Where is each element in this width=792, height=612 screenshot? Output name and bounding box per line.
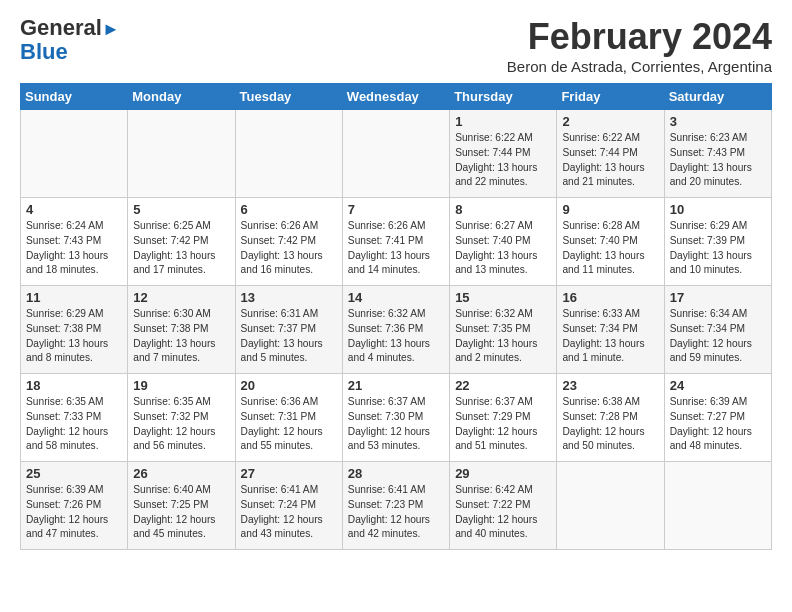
day-info: Sunrise: 6:22 AM Sunset: 7:44 PM Dayligh… bbox=[455, 131, 551, 190]
header-cell-thursday: Thursday bbox=[450, 84, 557, 110]
week-row-1: 1Sunrise: 6:22 AM Sunset: 7:44 PM Daylig… bbox=[21, 110, 772, 198]
header-row: SundayMondayTuesdayWednesdayThursdayFrid… bbox=[21, 84, 772, 110]
day-number: 20 bbox=[241, 378, 337, 393]
week-row-5: 25Sunrise: 6:39 AM Sunset: 7:26 PM Dayli… bbox=[21, 462, 772, 550]
day-info: Sunrise: 6:24 AM Sunset: 7:43 PM Dayligh… bbox=[26, 219, 122, 278]
calendar-cell bbox=[128, 110, 235, 198]
day-number: 4 bbox=[26, 202, 122, 217]
day-info: Sunrise: 6:41 AM Sunset: 7:23 PM Dayligh… bbox=[348, 483, 444, 542]
day-number: 15 bbox=[455, 290, 551, 305]
calendar-cell: 29Sunrise: 6:42 AM Sunset: 7:22 PM Dayli… bbox=[450, 462, 557, 550]
calendar-cell bbox=[21, 110, 128, 198]
title-area: February 2024 Beron de Astrada, Corrient… bbox=[507, 16, 772, 75]
day-info: Sunrise: 6:32 AM Sunset: 7:36 PM Dayligh… bbox=[348, 307, 444, 366]
calendar-cell: 15Sunrise: 6:32 AM Sunset: 7:35 PM Dayli… bbox=[450, 286, 557, 374]
day-info: Sunrise: 6:25 AM Sunset: 7:42 PM Dayligh… bbox=[133, 219, 229, 278]
calendar-cell: 11Sunrise: 6:29 AM Sunset: 7:38 PM Dayli… bbox=[21, 286, 128, 374]
day-info: Sunrise: 6:32 AM Sunset: 7:35 PM Dayligh… bbox=[455, 307, 551, 366]
calendar-cell: 12Sunrise: 6:30 AM Sunset: 7:38 PM Dayli… bbox=[128, 286, 235, 374]
day-number: 27 bbox=[241, 466, 337, 481]
calendar-cell: 10Sunrise: 6:29 AM Sunset: 7:39 PM Dayli… bbox=[664, 198, 771, 286]
calendar-cell: 27Sunrise: 6:41 AM Sunset: 7:24 PM Dayli… bbox=[235, 462, 342, 550]
day-number: 29 bbox=[455, 466, 551, 481]
calendar-cell: 6Sunrise: 6:26 AM Sunset: 7:42 PM Daylig… bbox=[235, 198, 342, 286]
week-row-3: 11Sunrise: 6:29 AM Sunset: 7:38 PM Dayli… bbox=[21, 286, 772, 374]
day-info: Sunrise: 6:37 AM Sunset: 7:29 PM Dayligh… bbox=[455, 395, 551, 454]
day-number: 6 bbox=[241, 202, 337, 217]
calendar-cell: 16Sunrise: 6:33 AM Sunset: 7:34 PM Dayli… bbox=[557, 286, 664, 374]
calendar-header: SundayMondayTuesdayWednesdayThursdayFrid… bbox=[21, 84, 772, 110]
calendar-cell bbox=[664, 462, 771, 550]
calendar-cell: 22Sunrise: 6:37 AM Sunset: 7:29 PM Dayli… bbox=[450, 374, 557, 462]
day-number: 10 bbox=[670, 202, 766, 217]
day-info: Sunrise: 6:30 AM Sunset: 7:38 PM Dayligh… bbox=[133, 307, 229, 366]
calendar-cell: 2Sunrise: 6:22 AM Sunset: 7:44 PM Daylig… bbox=[557, 110, 664, 198]
calendar-cell: 17Sunrise: 6:34 AM Sunset: 7:34 PM Dayli… bbox=[664, 286, 771, 374]
calendar-cell: 14Sunrise: 6:32 AM Sunset: 7:36 PM Dayli… bbox=[342, 286, 449, 374]
logo-bird-icon: ► bbox=[102, 19, 120, 39]
day-number: 23 bbox=[562, 378, 658, 393]
calendar-cell: 19Sunrise: 6:35 AM Sunset: 7:32 PM Dayli… bbox=[128, 374, 235, 462]
logo-general: General bbox=[20, 15, 102, 40]
header-cell-saturday: Saturday bbox=[664, 84, 771, 110]
header: General► Blue February 2024 Beron de Ast… bbox=[20, 16, 772, 75]
day-info: Sunrise: 6:33 AM Sunset: 7:34 PM Dayligh… bbox=[562, 307, 658, 366]
day-info: Sunrise: 6:23 AM Sunset: 7:43 PM Dayligh… bbox=[670, 131, 766, 190]
day-number: 1 bbox=[455, 114, 551, 129]
day-number: 5 bbox=[133, 202, 229, 217]
day-number: 28 bbox=[348, 466, 444, 481]
day-number: 21 bbox=[348, 378, 444, 393]
header-cell-monday: Monday bbox=[128, 84, 235, 110]
calendar-cell: 4Sunrise: 6:24 AM Sunset: 7:43 PM Daylig… bbox=[21, 198, 128, 286]
day-number: 13 bbox=[241, 290, 337, 305]
day-info: Sunrise: 6:29 AM Sunset: 7:38 PM Dayligh… bbox=[26, 307, 122, 366]
day-info: Sunrise: 6:37 AM Sunset: 7:30 PM Dayligh… bbox=[348, 395, 444, 454]
header-cell-friday: Friday bbox=[557, 84, 664, 110]
day-info: Sunrise: 6:34 AM Sunset: 7:34 PM Dayligh… bbox=[670, 307, 766, 366]
day-number: 19 bbox=[133, 378, 229, 393]
day-number: 24 bbox=[670, 378, 766, 393]
day-number: 26 bbox=[133, 466, 229, 481]
calendar-cell bbox=[235, 110, 342, 198]
week-row-2: 4Sunrise: 6:24 AM Sunset: 7:43 PM Daylig… bbox=[21, 198, 772, 286]
day-info: Sunrise: 6:26 AM Sunset: 7:42 PM Dayligh… bbox=[241, 219, 337, 278]
day-number: 17 bbox=[670, 290, 766, 305]
calendar-cell: 24Sunrise: 6:39 AM Sunset: 7:27 PM Dayli… bbox=[664, 374, 771, 462]
day-number: 18 bbox=[26, 378, 122, 393]
day-number: 11 bbox=[26, 290, 122, 305]
header-cell-wednesday: Wednesday bbox=[342, 84, 449, 110]
calendar-cell: 18Sunrise: 6:35 AM Sunset: 7:33 PM Dayli… bbox=[21, 374, 128, 462]
day-number: 8 bbox=[455, 202, 551, 217]
calendar-cell: 25Sunrise: 6:39 AM Sunset: 7:26 PM Dayli… bbox=[21, 462, 128, 550]
calendar-cell: 13Sunrise: 6:31 AM Sunset: 7:37 PM Dayli… bbox=[235, 286, 342, 374]
day-info: Sunrise: 6:36 AM Sunset: 7:31 PM Dayligh… bbox=[241, 395, 337, 454]
calendar-cell bbox=[342, 110, 449, 198]
day-info: Sunrise: 6:35 AM Sunset: 7:32 PM Dayligh… bbox=[133, 395, 229, 454]
day-number: 16 bbox=[562, 290, 658, 305]
week-row-4: 18Sunrise: 6:35 AM Sunset: 7:33 PM Dayli… bbox=[21, 374, 772, 462]
day-info: Sunrise: 6:41 AM Sunset: 7:24 PM Dayligh… bbox=[241, 483, 337, 542]
day-info: Sunrise: 6:29 AM Sunset: 7:39 PM Dayligh… bbox=[670, 219, 766, 278]
calendar-cell: 26Sunrise: 6:40 AM Sunset: 7:25 PM Dayli… bbox=[128, 462, 235, 550]
day-number: 2 bbox=[562, 114, 658, 129]
day-info: Sunrise: 6:35 AM Sunset: 7:33 PM Dayligh… bbox=[26, 395, 122, 454]
day-info: Sunrise: 6:39 AM Sunset: 7:27 PM Dayligh… bbox=[670, 395, 766, 454]
calendar-cell: 21Sunrise: 6:37 AM Sunset: 7:30 PM Dayli… bbox=[342, 374, 449, 462]
calendar-cell bbox=[557, 462, 664, 550]
logo: General► Blue bbox=[20, 16, 120, 64]
header-cell-sunday: Sunday bbox=[21, 84, 128, 110]
logo-blue: Blue bbox=[20, 40, 68, 64]
calendar-table: SundayMondayTuesdayWednesdayThursdayFrid… bbox=[20, 83, 772, 550]
day-number: 9 bbox=[562, 202, 658, 217]
calendar-body: 1Sunrise: 6:22 AM Sunset: 7:44 PM Daylig… bbox=[21, 110, 772, 550]
day-info: Sunrise: 6:42 AM Sunset: 7:22 PM Dayligh… bbox=[455, 483, 551, 542]
calendar-cell: 28Sunrise: 6:41 AM Sunset: 7:23 PM Dayli… bbox=[342, 462, 449, 550]
header-cell-tuesday: Tuesday bbox=[235, 84, 342, 110]
day-number: 3 bbox=[670, 114, 766, 129]
calendar-cell: 7Sunrise: 6:26 AM Sunset: 7:41 PM Daylig… bbox=[342, 198, 449, 286]
day-info: Sunrise: 6:40 AM Sunset: 7:25 PM Dayligh… bbox=[133, 483, 229, 542]
day-info: Sunrise: 6:26 AM Sunset: 7:41 PM Dayligh… bbox=[348, 219, 444, 278]
day-info: Sunrise: 6:31 AM Sunset: 7:37 PM Dayligh… bbox=[241, 307, 337, 366]
calendar-cell: 9Sunrise: 6:28 AM Sunset: 7:40 PM Daylig… bbox=[557, 198, 664, 286]
calendar-cell: 23Sunrise: 6:38 AM Sunset: 7:28 PM Dayli… bbox=[557, 374, 664, 462]
